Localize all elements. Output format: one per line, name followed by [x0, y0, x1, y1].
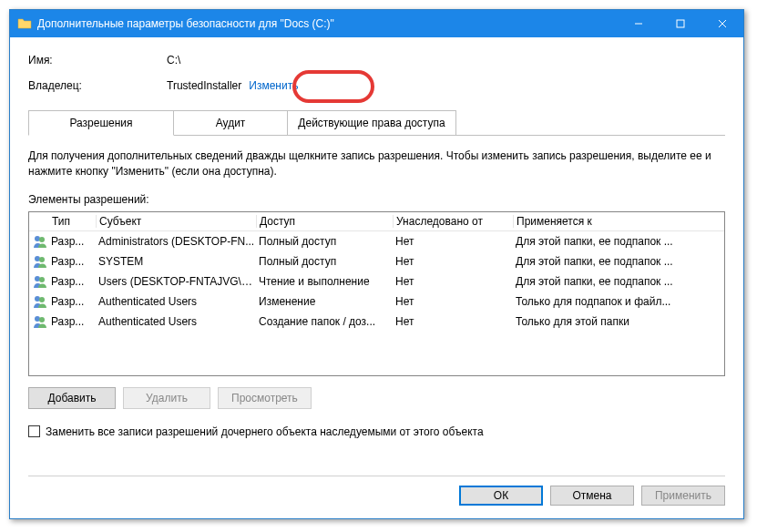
- maximize-button[interactable]: [660, 10, 701, 37]
- remove-button: Удалить: [123, 387, 210, 409]
- cell-applies: Для этой папки, ее подпапок ...: [514, 235, 705, 248]
- col-applies[interactable]: Применяется к: [514, 215, 705, 228]
- view-button: Просмотреть: [218, 387, 312, 409]
- cell-inherited: Нет: [394, 295, 514, 308]
- col-type[interactable]: Тип: [49, 215, 97, 228]
- replace-inheritance-label: Заменить все записи разрешений дочернего…: [46, 425, 484, 438]
- cell-access: Создание папок / доз...: [257, 315, 394, 328]
- tab-effective-access[interactable]: Действующие права доступа: [287, 110, 456, 136]
- cell-type: Разр...: [49, 275, 97, 288]
- cell-inherited: Нет: [394, 235, 514, 248]
- cell-applies: Для этой папки, ее подпапок ...: [514, 275, 705, 288]
- permissions-grid[interactable]: Тип Субъект Доступ Унаследовано от Приме…: [28, 211, 725, 376]
- principal-icon: [33, 234, 47, 249]
- name-value: C:\: [167, 54, 180, 66]
- grid-header: Тип Субъект Доступ Унаследовано от Приме…: [29, 212, 724, 231]
- principal-icon: [33, 294, 47, 309]
- titlebar[interactable]: Дополнительные параметры безопасности дл…: [10, 10, 743, 37]
- table-row[interactable]: Разр...Authenticated UsersСоздание папок…: [29, 312, 724, 332]
- cell-access: Полный доступ: [257, 235, 394, 248]
- col-subject[interactable]: Субъект: [97, 215, 257, 228]
- table-row[interactable]: Разр...Users (DESKTOP-FNTAJVG\Us...Чтени…: [29, 271, 724, 292]
- cell-inherited: Нет: [394, 315, 514, 328]
- replace-inheritance-checkbox[interactable]: [28, 425, 40, 437]
- cell-type: Разр...: [49, 295, 97, 308]
- cancel-button[interactable]: Отмена: [550, 486, 634, 506]
- minimize-button[interactable]: [618, 10, 660, 37]
- cell-type: Разр...: [49, 255, 97, 268]
- cell-subject: Users (DESKTOP-FNTAJVG\Us...: [97, 275, 257, 288]
- name-label: Имя:: [28, 54, 167, 66]
- svg-point-7: [39, 257, 45, 262]
- tab-strip: Разрешения Аудит Действующие права досту…: [28, 110, 725, 136]
- table-row[interactable]: Разр...SYSTEMПолный доступНетДля этой па…: [29, 251, 724, 271]
- cell-subject: Administrators (DESKTOP-FN...: [97, 235, 257, 248]
- cell-applies: Только для этой папки: [514, 315, 705, 328]
- col-access[interactable]: Доступ: [257, 215, 394, 228]
- cell-subject: SYSTEM: [97, 255, 257, 268]
- table-row[interactable]: Разр...Administrators (DESKTOP-FN...Полн…: [29, 231, 724, 251]
- cell-type: Разр...: [49, 315, 97, 328]
- svg-point-8: [35, 276, 40, 281]
- window-title: Дополнительные параметры безопасности дл…: [37, 17, 618, 30]
- svg-point-9: [39, 277, 45, 282]
- svg-point-13: [39, 317, 45, 322]
- cell-type: Разр...: [49, 235, 97, 248]
- cell-inherited: Нет: [394, 255, 514, 268]
- principal-icon: [33, 274, 47, 289]
- cell-inherited: Нет: [394, 275, 514, 288]
- cell-subject: Authenticated Users: [97, 315, 257, 328]
- principal-icon: [33, 314, 47, 329]
- close-button[interactable]: [701, 10, 743, 37]
- cell-subject: Authenticated Users: [97, 295, 257, 308]
- svg-rect-1: [677, 20, 684, 27]
- cell-applies: Только для подпапок и файл...: [514, 295, 705, 308]
- svg-point-4: [35, 236, 40, 241]
- table-row[interactable]: Разр...Authenticated UsersИзменениеНетТо…: [29, 292, 724, 312]
- tab-permissions[interactable]: Разрешения: [28, 110, 174, 136]
- svg-point-11: [39, 297, 45, 302]
- svg-point-12: [35, 316, 40, 322]
- owner-value: TrustedInstaller: [167, 79, 241, 92]
- svg-point-5: [39, 237, 45, 242]
- tab-auditing[interactable]: Аудит: [173, 110, 288, 136]
- cell-applies: Для этой папки, ее подпапок ...: [514, 255, 705, 268]
- change-owner-link[interactable]: Изменить: [249, 79, 298, 92]
- highlight-ring: [292, 70, 374, 103]
- cell-access: Чтение и выполнение: [257, 275, 394, 288]
- svg-point-6: [35, 256, 40, 261]
- owner-label: Владелец:: [28, 79, 167, 92]
- info-text: Для получения дополнительных сведений дв…: [28, 148, 725, 180]
- entries-label: Элементы разрешений:: [28, 193, 725, 206]
- add-button[interactable]: Добавить: [28, 387, 116, 409]
- cell-access: Полный доступ: [257, 255, 394, 268]
- folder-icon: [17, 16, 32, 31]
- cell-access: Изменение: [257, 295, 394, 308]
- principal-icon: [33, 254, 47, 269]
- col-inherited[interactable]: Унаследовано от: [394, 215, 514, 228]
- ok-button[interactable]: ОК: [459, 486, 543, 506]
- svg-point-10: [35, 296, 40, 302]
- apply-button: Применить: [641, 486, 725, 506]
- security-dialog: Дополнительные параметры безопасности дл…: [9, 9, 744, 519]
